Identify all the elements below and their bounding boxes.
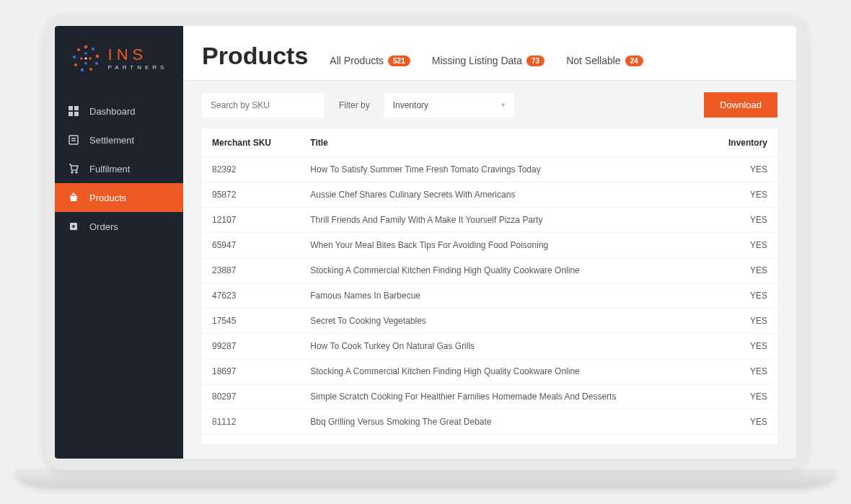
cell-inventory: YES: [704, 233, 777, 258]
col-title[interactable]: Title: [300, 129, 704, 157]
svg-point-7: [74, 63, 77, 66]
cell-sku: 95872: [202, 182, 300, 208]
logo-icon: [71, 43, 101, 74]
sidebar-item-products[interactable]: Products: [55, 183, 183, 212]
table-row[interactable]: 18697Stocking A Commercial Kitchen Findi…: [202, 359, 777, 384]
cell-inventory: YES: [704, 208, 777, 233]
table-row[interactable]: 81112Bbq Grilling Versus Smoking The Gre…: [202, 410, 777, 435]
table-row[interactable]: 17545Secret To Cooking VegetablesYES: [202, 309, 777, 334]
svg-point-9: [77, 48, 80, 51]
svg-rect-17: [69, 112, 73, 116]
cell-sku: 65947: [202, 233, 300, 258]
svg-point-8: [73, 56, 76, 58]
svg-point-13: [80, 57, 83, 60]
cell-sku: 99287: [202, 334, 300, 359]
cell-title: How To Cook Turkey On Natural Gas Grills: [300, 334, 704, 359]
cell-inventory: YES: [704, 334, 777, 359]
search-input[interactable]: [202, 93, 325, 118]
svg-point-3: [95, 55, 98, 58]
cell-title: Secret To Cooking Vegetables: [300, 309, 704, 334]
table-row[interactable]: 47623Famous Names In BarbecueYES: [202, 283, 777, 309]
cell-sku: 47623: [202, 283, 300, 309]
tab-count-badge: 521: [388, 56, 410, 66]
cell-sku: 17545: [202, 309, 300, 334]
svg-rect-15: [69, 106, 73, 110]
svg-point-23: [76, 172, 77, 173]
cell-title: Stocking A Commercial Kitchen Finding Hi…: [300, 359, 704, 384]
tab-label: All Products: [330, 55, 384, 66]
page-title: Products: [202, 42, 308, 70]
svg-point-11: [89, 57, 92, 60]
cell-sku: 80297: [202, 384, 300, 410]
toolbar: Filter by Inventory ▾ Download: [183, 81, 796, 129]
sidebar-item-orders[interactable]: Orders: [55, 212, 183, 241]
basket-icon: [68, 192, 79, 203]
cell-sku: 12107: [202, 208, 300, 233]
tab-not-sellable[interactable]: Not Sellable 24: [566, 55, 643, 66]
tab-all-products[interactable]: All Products 521: [330, 55, 410, 66]
laptop-frame: INS PARTNERS Dashboard Settlement: [43, 14, 808, 470]
svg-point-14: [84, 57, 87, 59]
laptop-base: [14, 469, 837, 486]
svg-rect-18: [74, 112, 79, 116]
cell-inventory: YES: [704, 258, 777, 283]
orders-icon: [68, 221, 79, 232]
svg-rect-19: [69, 136, 78, 144]
tab-count-badge: 24: [625, 56, 643, 66]
table-row[interactable]: 95872Aussie Chef Shares Culinary Secrets…: [202, 182, 777, 208]
sidebar-item-settlement[interactable]: Settlement: [55, 125, 183, 154]
cell-sku: 18697: [202, 359, 300, 384]
cell-inventory: YES: [704, 309, 777, 334]
cell-inventory: YES: [704, 384, 777, 410]
dashboard-icon: [68, 105, 79, 117]
svg-point-6: [80, 68, 83, 71]
page-header: Products All Products 521 Missing Listin…: [183, 26, 796, 81]
tab-label: Not Sellable: [566, 55, 621, 66]
tab-count-badge: 73: [526, 56, 544, 66]
cart-icon: [68, 163, 79, 174]
sidebar-item-fulfilment[interactable]: Fulfilment: [55, 154, 183, 183]
main-content: Products All Products 521 Missing Listin…: [183, 26, 796, 459]
col-inventory[interactable]: Inventory: [704, 129, 777, 157]
cell-inventory: YES: [704, 359, 777, 384]
svg-point-2: [92, 48, 94, 50]
svg-point-10: [84, 52, 87, 55]
filter-value: Inventory: [393, 100, 428, 110]
table-row[interactable]: 80297Simple Scratch Cooking For Healthie…: [202, 384, 777, 410]
svg-point-12: [84, 62, 87, 65]
logo: INS PARTNERS: [55, 36, 183, 89]
svg-point-5: [89, 68, 92, 71]
sidebar-item-label: Settlement: [89, 135, 134, 146]
sidebar: INS PARTNERS Dashboard Settlement: [55, 26, 183, 459]
table-row[interactable]: 65947When Your Meal Bites Back Tips For …: [202, 233, 777, 258]
sidebar-item-label: Products: [89, 193, 126, 203]
cell-title: Aussie Chef Shares Culinary Secrets With…: [300, 182, 704, 208]
tab-label: Missing Listing Data: [432, 55, 522, 66]
svg-rect-16: [74, 106, 79, 110]
cell-sku: 23887: [202, 258, 300, 283]
cell-title: Famous Names In Barbecue: [300, 283, 704, 309]
download-button[interactable]: Download: [704, 92, 777, 118]
filter-select[interactable]: Inventory ▾: [384, 93, 514, 118]
products-table: Merchant SKU Title Inventory 82392How To…: [202, 129, 777, 444]
svg-point-1: [84, 45, 87, 48]
cell-sku: 81112: [202, 410, 300, 435]
settlement-icon: [68, 134, 79, 146]
table-row[interactable]: 82392How To Satisfy Summer Time Fresh To…: [202, 157, 777, 182]
sidebar-nav: Dashboard Settlement Fulfilment: [55, 97, 183, 241]
cell-inventory: YES: [704, 157, 777, 182]
logo-brand: INS: [108, 47, 168, 63]
table-row[interactable]: 99287How To Cook Turkey On Natural Gas G…: [202, 334, 777, 359]
sidebar-item-label: Fulfilment: [89, 164, 130, 174]
sidebar-item-label: Dashboard: [89, 106, 136, 117]
cell-title: Stocking A Commercial Kitchen Finding Hi…: [300, 258, 704, 283]
cell-title: How To Satisfy Summer Time Fresh Tomato …: [300, 157, 704, 182]
cell-inventory: YES: [704, 182, 777, 208]
sidebar-item-dashboard[interactable]: Dashboard: [55, 97, 183, 125]
tab-missing-listing[interactable]: Missing Listing Data 73: [432, 55, 544, 66]
col-sku[interactable]: Merchant SKU: [202, 129, 300, 157]
table-row[interactable]: 12107Thrill Friends And Family With A Ma…: [202, 208, 777, 233]
cell-title: Thrill Friends And Family With A Make It…: [300, 208, 704, 233]
table-row[interactable]: 23887Stocking A Commercial Kitchen Findi…: [202, 258, 777, 283]
cell-sku: 82392: [202, 157, 300, 182]
